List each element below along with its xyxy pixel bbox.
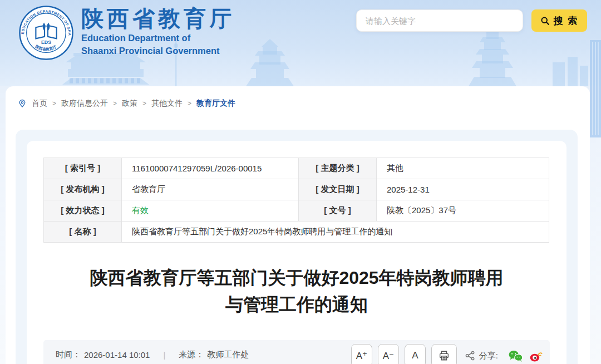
agency-name-block: 陕西省教育厅 Education Department of Shaanxi P… bbox=[81, 6, 235, 57]
font-decrease-button[interactable]: A⁻ bbox=[378, 344, 399, 364]
breadcrumb-separator: > bbox=[113, 100, 117, 107]
page-title: 陕西省教育厅等五部门关于做好2025年特岗教师聘用与管理工作的通知 bbox=[82, 264, 511, 318]
meta-divider: | bbox=[163, 350, 165, 360]
breadcrumb-other-docs[interactable]: 其他文件 bbox=[151, 99, 183, 109]
doc-info-table: [ 索引号 ] 11610000741297059L/2026-00015 [ … bbox=[43, 158, 549, 243]
source-label: 来源： bbox=[179, 350, 204, 360]
breadcrumb-gov-info[interactable]: 政府信息公开 bbox=[61, 99, 108, 109]
doc-number-value: 陕教〔2025〕37号 bbox=[377, 200, 549, 222]
article-meta-bar: 时间： 2026-01-14 10:01 | 来源： 教师工作处 A⁺ A⁻ A bbox=[43, 340, 550, 364]
article-title-block: 陕西省教育厅等五部门关于做好2025年特岗教师聘用与管理工作的通知 bbox=[27, 264, 566, 318]
agency-name-en-line2: Shaanxi Provincial Government bbox=[81, 45, 235, 57]
font-reset-button[interactable]: A bbox=[405, 344, 426, 364]
print-button[interactable] bbox=[431, 344, 457, 364]
table-row: [ 效力状态 ] 有效 [ 文号 ] 陕教〔2025〕37号 bbox=[44, 200, 549, 222]
breadcrumb-separator: > bbox=[142, 100, 146, 107]
agency-name-en-line1: Education Department of bbox=[81, 32, 235, 44]
breadcrumb-current[interactable]: 教育厅文件 bbox=[196, 99, 235, 109]
doc-name-value: 陕西省教育厅等五部门关于做好2025年特岗教师聘用与管理工作的通知 bbox=[122, 222, 549, 243]
time-value: 2026-01-14 10:01 bbox=[84, 350, 150, 360]
location-pin-icon bbox=[18, 99, 27, 108]
seal-center-text: EDS bbox=[41, 40, 51, 45]
printer-icon bbox=[438, 350, 450, 362]
share-label: 分享: bbox=[479, 351, 498, 361]
search-button-label: 搜 索 bbox=[554, 14, 579, 27]
doc-topic-label: [ 主题分类 ] bbox=[299, 158, 377, 179]
doc-validity-value: 有效 bbox=[122, 200, 299, 222]
search-input[interactable] bbox=[356, 9, 523, 32]
agency-name-cn: 陕西省教育厅 bbox=[81, 6, 235, 31]
doc-issuer-value: 省教育厅 bbox=[122, 179, 299, 200]
doc-issuer-label: [ 发布机构 ] bbox=[44, 179, 122, 200]
document-content-card: [ 索引号 ] 11610000741297059L/2026-00015 [ … bbox=[27, 141, 566, 364]
breadcrumb-separator: > bbox=[188, 100, 191, 107]
doc-number-label: [ 文号 ] bbox=[299, 200, 377, 222]
breadcrumb-separator: > bbox=[52, 100, 56, 107]
article-toolbar: A⁺ A⁻ A bbox=[351, 344, 543, 364]
doc-validity-label: [ 效力状态 ] bbox=[44, 200, 122, 222]
document-panel: [ 索引号 ] 11610000741297059L/2026-00015 [ … bbox=[16, 130, 578, 364]
article-meta-text: 时间： 2026-01-14 10:01 | 来源： 教师工作处 bbox=[56, 350, 249, 360]
share-group: 分享: bbox=[465, 350, 498, 361]
wechat-share-icon[interactable] bbox=[508, 350, 523, 362]
table-row: [ 名称 ] 陕西省教育厅等五部门关于做好2025年特岗教师聘用与管理工作的通知 bbox=[44, 222, 549, 243]
breadcrumb: 首页 > 政府信息公开 > 政策 > 其他文件 > 教育厅文件 bbox=[18, 99, 235, 109]
font-increase-button[interactable]: A⁺ bbox=[351, 344, 372, 364]
doc-index-value: 11610000741297059L/2026-00015 bbox=[122, 158, 299, 179]
search-icon bbox=[540, 16, 550, 26]
doc-index-label: [ 索引号 ] bbox=[44, 158, 122, 179]
search-button[interactable]: 搜 索 bbox=[531, 9, 587, 32]
doc-date-label: [ 发文日期 ] bbox=[299, 179, 377, 200]
breadcrumb-home[interactable]: 首页 bbox=[32, 99, 47, 109]
table-row: [ 发布机构 ] 省教育厅 [ 发文日期 ] 2025-12-31 bbox=[44, 179, 549, 200]
doc-date-value: 2025-12-31 bbox=[377, 179, 549, 200]
header-banner: EDUCATION DEPARTMENT OF SHAANXI EDS 陕西省教… bbox=[0, 0, 601, 86]
doc-topic-value: 其他 bbox=[377, 158, 549, 179]
time-label: 时间： bbox=[56, 350, 81, 360]
source-value: 教师工作处 bbox=[207, 350, 249, 360]
main-card: 首页 > 政府信息公开 > 政策 > 其他文件 > 教育厅文件 [ 索引号 ] … bbox=[6, 86, 590, 364]
table-row: [ 索引号 ] 11610000741297059L/2026-00015 [ … bbox=[44, 158, 549, 179]
share-icon[interactable] bbox=[465, 350, 476, 361]
doc-name-label: [ 名称 ] bbox=[44, 222, 122, 243]
weibo-share-icon[interactable] bbox=[529, 350, 543, 362]
agency-seal-logo: EDUCATION DEPARTMENT OF SHAANXI EDS 陕西省教… bbox=[19, 6, 73, 60]
breadcrumb-policy[interactable]: 政策 bbox=[122, 99, 137, 109]
page: EDUCATION DEPARTMENT OF SHAANXI EDS 陕西省教… bbox=[0, 0, 601, 364]
